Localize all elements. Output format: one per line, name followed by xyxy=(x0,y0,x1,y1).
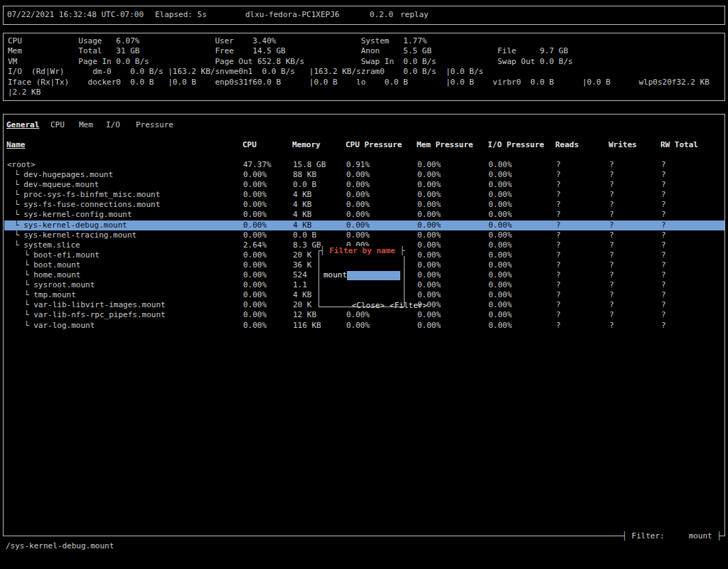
tab-mem[interactable]: Mem xyxy=(79,120,93,129)
cell-mem_pressure: 0.00% xyxy=(417,270,441,280)
cell-rw_total: ? xyxy=(661,220,666,230)
tab-general[interactable]: General xyxy=(6,120,39,129)
cell-cpu: 0.00% xyxy=(243,250,267,260)
cell-name: └ var-lib-nfs-rpc_pipefs.mount xyxy=(24,310,166,320)
cell-writes: ? xyxy=(609,190,614,200)
process-row[interactable]: └ proc-sys-fs-binfmt_misc.mount0.00%4 KB… xyxy=(4,190,724,200)
filter-popup-title-text: Filter by name xyxy=(329,246,395,255)
cell-reads: ? xyxy=(556,280,561,290)
cell-writes: ? xyxy=(609,200,614,210)
filter-indicator-value: mount xyxy=(689,531,712,541)
cell-mem_pressure: 0.00% xyxy=(417,170,441,180)
filter-button[interactable]: <Filter> xyxy=(390,301,427,310)
summary-mem-line: Mem Total 31 GB Free 14.5 GB Anon 5.5 GB… xyxy=(4,46,724,56)
process-row[interactable]: └ sys-kernel-debug.mount0.00%4 KB0.00%0.… xyxy=(4,220,724,230)
cell-name: └ dev-hugepages.mount xyxy=(14,170,113,180)
tab-pressure[interactable]: Pressure xyxy=(136,120,173,129)
cell-mem_pressure: 0.00% xyxy=(417,260,441,270)
filter-popup-title: ┤ Filter by name ├ xyxy=(320,246,405,256)
table-header-row: NameCPUMemoryCPU PressureMem PressureI/O… xyxy=(4,140,724,150)
cell-reads: ? xyxy=(556,260,561,270)
cell-memory: 36 K xyxy=(293,260,312,270)
cell-memory: 524 xyxy=(293,270,307,280)
system-summary-panel: CPU Usage 6.07% User 3.40% System 1.77% … xyxy=(3,33,725,101)
column-header-rw_total[interactable]: RW Total xyxy=(660,140,698,149)
tab-i-o[interactable]: I/O xyxy=(106,120,120,129)
cell-cpu: 47.37% xyxy=(243,160,272,170)
filter-input-value: mount xyxy=(323,270,347,280)
cell-cpu_pressure: 0.00% xyxy=(346,170,370,180)
cell-writes: ? xyxy=(609,270,614,280)
cell-reads: ? xyxy=(556,230,561,240)
cell-cpu_pressure: 0.00% xyxy=(346,220,370,230)
popup-border-tick-right: ├ xyxy=(395,246,405,255)
cell-cpu: 0.00% xyxy=(243,300,267,310)
column-header-cpu[interactable]: CPU xyxy=(242,140,257,149)
process-view-panel: GeneralCPUMemI/OPressure NameCPUMemoryCP… xyxy=(3,114,725,536)
cell-reads: ? xyxy=(556,290,561,300)
cell-cpu: 0.00% xyxy=(243,321,267,331)
summary-cpu-line: CPU Usage 6.07% User 3.40% System 1.77% xyxy=(4,36,724,46)
cell-memory: 4 KB xyxy=(293,290,312,300)
cell-memory: 20 K xyxy=(293,250,312,260)
cell-mem_pressure: 0.00% xyxy=(417,190,441,200)
filter-name-input[interactable]: mount xyxy=(323,270,400,280)
cell-cpu: 2.64% xyxy=(243,240,267,250)
cell-reads: ? xyxy=(556,270,561,280)
column-header-writes[interactable]: Writes xyxy=(609,140,637,149)
elapsed-label: Elapsed: 5s xyxy=(155,10,207,19)
cell-mem_pressure: 0.00% xyxy=(417,200,441,210)
column-header-mem_pressure[interactable]: Mem Pressure xyxy=(417,140,473,149)
cell-writes: ? xyxy=(609,321,614,331)
cell-io_pressure: 0.00% xyxy=(488,250,512,260)
close-button[interactable]: <Close> xyxy=(352,301,385,310)
process-row[interactable]: └ dev-mqueue.mount0.00%0.0 B0.00%0.00%0.… xyxy=(4,180,724,190)
process-row[interactable]: └ sys-kernel-config.mount0.00%4 KB0.00%0… xyxy=(4,210,724,220)
selected-path-status: /sys-kernel-debug.mount xyxy=(6,541,114,551)
cell-memory: 4 KB xyxy=(293,210,312,220)
hostname-label: dlxu-fedora-PC1XEPJ6 xyxy=(245,10,339,19)
cell-rw_total: ? xyxy=(661,240,666,250)
datetime-label: 07/22/2021 16:32:48 UTC-07:00 xyxy=(7,10,144,19)
cell-cpu_pressure: 0.00% xyxy=(346,200,370,210)
cell-rw_total: ? xyxy=(661,200,666,210)
cell-mem_pressure: 0.00% xyxy=(417,250,441,260)
column-header-name[interactable]: Name xyxy=(6,140,26,149)
cell-writes: ? xyxy=(609,280,614,290)
column-header-reads[interactable]: Reads xyxy=(555,140,579,149)
summary-iface-line: Iface (Rx|Tx) docker0 0.0 B |0.0 B enp0s… xyxy=(4,78,724,87)
cell-memory: 116 KB xyxy=(293,321,321,331)
column-header-memory[interactable]: Memory xyxy=(292,140,321,149)
process-row[interactable]: <root>47.37%15.8 GB0.91%0.00%0.00%??? xyxy=(4,160,724,170)
cell-cpu: 0.00% xyxy=(243,180,267,190)
cell-cpu_pressure: 0.91% xyxy=(346,160,370,170)
cell-io_pressure: 0.00% xyxy=(488,210,512,220)
process-row[interactable]: └ var-log.mount0.00%116 KB0.00%0.00%0.00… xyxy=(4,321,724,331)
cell-rw_total: ? xyxy=(661,260,666,270)
cell-writes: ? xyxy=(609,220,614,230)
cell-name: └ sys-kernel-config.mount xyxy=(14,210,132,220)
cell-reads: ? xyxy=(556,321,561,331)
cell-rw_total: ? xyxy=(661,190,666,200)
cell-name: └ boot-efi.mount xyxy=(24,250,100,260)
process-row[interactable]: └ dev-hugepages.mount0.00%88 KB0.00%0.00… xyxy=(4,170,724,180)
summary-iface-overflow-line: |2.2 KB xyxy=(4,87,724,97)
cell-writes: ? xyxy=(609,240,614,250)
process-row[interactable]: └ sys-kernel-tracing.mount0.00%0.0 B0.00… xyxy=(4,230,724,240)
cell-rw_total: ? xyxy=(661,230,666,240)
cell-memory: 4 KB xyxy=(293,200,312,210)
process-row[interactable]: └ sys-fs-fuse-connections.mount0.00%4 KB… xyxy=(4,200,724,210)
active-filter-indicator: ┤ Filter:mount ├ xyxy=(622,531,722,541)
cell-io_pressure: 0.00% xyxy=(488,260,512,270)
filter-popup: ┤ Filter by name ├ mount <Close><Filter> xyxy=(318,250,405,307)
cell-memory: 12 KB xyxy=(293,310,316,320)
cell-name: └ var-lib-libvirt-images.mount xyxy=(24,300,166,310)
version-label: 0.2.0 xyxy=(370,10,393,19)
border-tick-right: ├ xyxy=(712,531,722,541)
cell-cpu_pressure: 0.00% xyxy=(346,190,370,200)
column-header-io_pressure[interactable]: I/O Pressure xyxy=(488,140,544,149)
cell-rw_total: ? xyxy=(661,210,666,220)
popup-buttons-row: <Close><Filter> xyxy=(323,291,432,321)
tab-cpu[interactable]: CPU xyxy=(50,120,65,129)
column-header-cpu_pressure[interactable]: CPU Pressure xyxy=(346,140,402,149)
